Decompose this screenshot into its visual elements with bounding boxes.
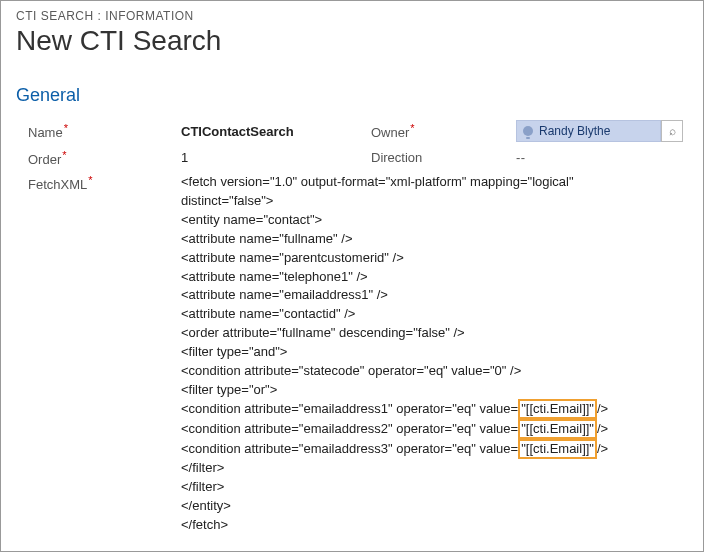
xml-line: </fetch> xyxy=(181,516,683,535)
fetchxml-value[interactable]: <fetch version="1.0" output-format="xml-… xyxy=(181,173,683,534)
xml-line: <order attribute="fullname" descending="… xyxy=(181,324,683,343)
xml-line: <condition attribute="emailaddress2" ope… xyxy=(181,419,683,439)
highlight-token: "[[cti.Email]]" xyxy=(518,419,597,439)
name-label: Name* xyxy=(16,121,181,140)
search-icon: ⌕ xyxy=(669,124,676,138)
xml-line: <attribute name="emailaddress1" /> xyxy=(181,286,683,305)
breadcrumb: CTI SEARCH : INFORMATION xyxy=(16,9,683,23)
user-icon xyxy=(523,126,533,136)
xml-line: <condition attribute="statecode" operato… xyxy=(181,362,683,381)
xml-line: </filter> xyxy=(181,459,683,478)
order-value[interactable]: 1 xyxy=(181,150,371,165)
name-value[interactable]: CTIContactSearch xyxy=(181,124,371,139)
xml-line: <condition attribute="emailaddress1" ope… xyxy=(181,399,683,419)
section-general-title: General xyxy=(16,85,683,106)
xml-line: <filter type="and"> xyxy=(181,343,683,362)
form-frame: CTI SEARCH : INFORMATION New CTI Search … xyxy=(0,0,704,552)
owner-lookup-button[interactable]: ⌕ xyxy=(661,120,683,142)
highlight-token: "[[cti.Email]]" xyxy=(518,399,597,419)
direction-label: Direction xyxy=(371,150,516,165)
owner-label: Owner* xyxy=(371,122,516,140)
xml-line: <fetch version="1.0" output-format="xml-… xyxy=(181,173,651,211)
order-label: Order* xyxy=(16,148,181,167)
xml-line: <attribute name="telephone1" /> xyxy=(181,268,683,287)
fetchxml-label: FetchXML* xyxy=(16,173,181,192)
xml-line: <attribute name="parentcustomerid" /> xyxy=(181,249,683,268)
page-title: New CTI Search xyxy=(16,25,683,57)
owner-lookup-field[interactable]: Randy Blythe xyxy=(516,120,661,142)
highlight-token: "[[cti.Email]]" xyxy=(518,439,597,459)
direction-value[interactable]: -- xyxy=(516,150,683,165)
owner-lookup[interactable]: Randy Blythe ⌕ xyxy=(516,120,683,142)
xml-line: </filter> xyxy=(181,478,683,497)
xml-line: <entity name="contact"> xyxy=(181,211,683,230)
xml-line: <attribute name="contactid" /> xyxy=(181,305,683,324)
xml-line: </entity> xyxy=(181,497,683,516)
xml-line: <condition attribute="emailaddress3" ope… xyxy=(181,439,683,459)
xml-line: <filter type="or"> xyxy=(181,381,683,400)
owner-value: Randy Blythe xyxy=(539,124,610,138)
xml-line: <attribute name="fullname" /> xyxy=(181,230,683,249)
